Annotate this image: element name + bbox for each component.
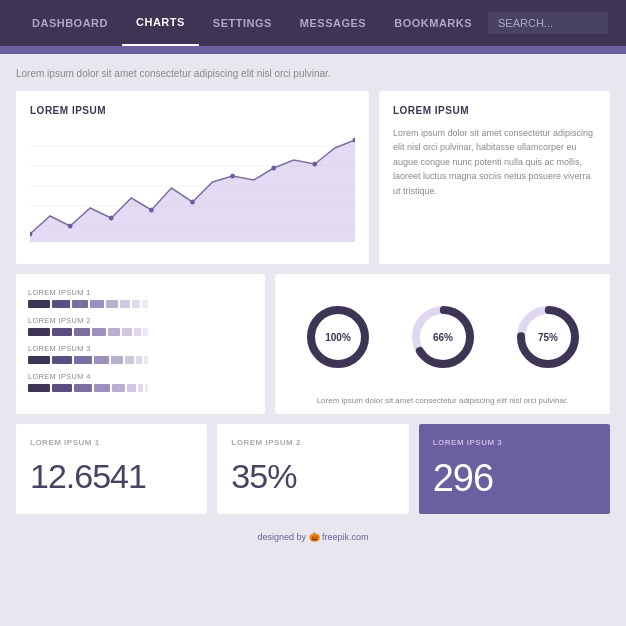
- svg-point-7: [109, 216, 114, 221]
- seg: [138, 384, 143, 392]
- svg-point-8: [149, 208, 154, 213]
- donut-chart-card: 100% 66% 75%: [275, 274, 610, 414]
- seg: [120, 300, 130, 308]
- nav-item-dashboard[interactable]: DASHBOARD: [18, 0, 122, 46]
- stat-card-1: LOREM IPSUM 1 12.6541: [16, 424, 207, 514]
- svg-point-10: [230, 174, 235, 179]
- seg: [144, 356, 148, 364]
- row2: LOREM IPSUM 1 LOREM IPSUM 2: [16, 274, 610, 414]
- seg: [132, 300, 140, 308]
- seg: [127, 384, 136, 392]
- main-content: Lorem ipsum dolor sit amet consectetur a…: [0, 54, 626, 564]
- seg: [52, 328, 72, 336]
- stat-value-1: 12.6541: [30, 457, 193, 496]
- row1: LOREM IPSUM: [16, 91, 610, 264]
- donut-3-svg: 75%: [513, 302, 583, 372]
- footer-text: designed by: [257, 532, 306, 542]
- text-card: LOREM IPSUM Lorem ipsum dolor sit amet c…: [379, 91, 610, 264]
- bar-row-1: LOREM IPSUM 1: [28, 288, 253, 308]
- bar-row-2: LOREM IPSUM 2: [28, 316, 253, 336]
- area-chart-card: LOREM IPSUM: [16, 91, 369, 264]
- seg: [72, 300, 88, 308]
- bar-label-3: LOREM IPSUM 3: [28, 344, 253, 353]
- donut-1-svg: 100%: [303, 302, 373, 372]
- svg-text:100%: 100%: [325, 332, 351, 343]
- stat-card-3: LOREM IPSUM 3 296: [419, 424, 610, 514]
- seg: [52, 356, 72, 364]
- stat-card-2: LOREM IPSUM 2 35%: [217, 424, 408, 514]
- svg-point-12: [312, 162, 317, 167]
- stat-title-2: LOREM IPSUM 2: [231, 438, 394, 447]
- bar-label-1: LOREM IPSUM 1: [28, 288, 253, 297]
- seg: [112, 384, 125, 392]
- footer-brand: 🎃 freepik.com: [309, 532, 369, 542]
- nav-item-bookmarks[interactable]: BOOKMARKS: [380, 0, 486, 46]
- bar-chart-card: LOREM IPSUM 1 LOREM IPSUM 2: [16, 274, 265, 414]
- seg: [74, 356, 92, 364]
- accent-band: [0, 46, 626, 54]
- seg: [28, 300, 50, 308]
- donut-2: 66%: [408, 302, 478, 372]
- donut-subtitle: Lorem ipsum dolor sit amet consectetur a…: [285, 395, 600, 406]
- seg: [125, 356, 134, 364]
- nav-item-messages[interactable]: MESSAGES: [286, 0, 380, 46]
- stat-title-3: LOREM IPSUM 3: [433, 438, 596, 447]
- seg: [90, 300, 104, 308]
- bar-segments-4: [28, 384, 253, 392]
- seg: [74, 384, 92, 392]
- area-chart-svg: [30, 126, 355, 246]
- seg: [106, 300, 118, 308]
- bar-row-3: LOREM IPSUM 3: [28, 344, 253, 364]
- donut-3: 75%: [513, 302, 583, 372]
- seg: [122, 328, 132, 336]
- bar-segments-1: [28, 300, 253, 308]
- stat-value-2: 35%: [231, 457, 394, 496]
- seg: [94, 356, 109, 364]
- donut-row: 100% 66% 75%: [285, 288, 600, 387]
- seg: [136, 356, 142, 364]
- nav-item-charts[interactable]: CHARTS: [122, 0, 199, 46]
- svg-text:66%: 66%: [432, 332, 452, 343]
- svg-point-6: [68, 224, 73, 229]
- bar-label-4: LOREM IPSUM 4: [28, 372, 253, 381]
- seg: [111, 356, 123, 364]
- nav-item-settings[interactable]: SETTINGS: [199, 0, 286, 46]
- seg: [142, 300, 148, 308]
- seg: [28, 356, 50, 364]
- seg: [145, 384, 148, 392]
- bar-segments-3: [28, 356, 253, 364]
- seg: [143, 328, 148, 336]
- seg: [28, 328, 50, 336]
- row3: LOREM IPSUM 1 12.6541 LOREM IPSUM 2 35% …: [16, 424, 610, 514]
- seg: [74, 328, 90, 336]
- area-chart-title: LOREM IPSUM: [30, 105, 355, 116]
- seg: [134, 328, 141, 336]
- donut-2-svg: 66%: [408, 302, 478, 372]
- bar-label-2: LOREM IPSUM 2: [28, 316, 253, 325]
- donut-1: 100%: [303, 302, 373, 372]
- footer: designed by 🎃 freepik.com: [16, 526, 610, 552]
- bar-row-4: LOREM IPSUM 4: [28, 372, 253, 392]
- svg-point-9: [190, 200, 195, 205]
- svg-point-11: [271, 166, 276, 171]
- stat-value-3: 296: [433, 457, 596, 500]
- seg: [92, 328, 106, 336]
- seg: [108, 328, 120, 336]
- svg-text:75%: 75%: [537, 332, 557, 343]
- text-card-body: Lorem ipsum dolor sit amet consectetur a…: [393, 126, 596, 198]
- stat-title-1: LOREM IPSUM 1: [30, 438, 193, 447]
- seg: [52, 300, 70, 308]
- seg: [94, 384, 110, 392]
- navbar: DASHBOARD CHARTS SETTINGS MESSAGES BOOKM…: [0, 0, 626, 46]
- bar-segments-2: [28, 328, 253, 336]
- search-input[interactable]: [488, 12, 608, 34]
- page-subtitle: Lorem ipsum dolor sit amet consectetur a…: [16, 68, 610, 79]
- seg: [52, 384, 72, 392]
- seg: [28, 384, 50, 392]
- text-card-title: LOREM IPSUM: [393, 105, 596, 116]
